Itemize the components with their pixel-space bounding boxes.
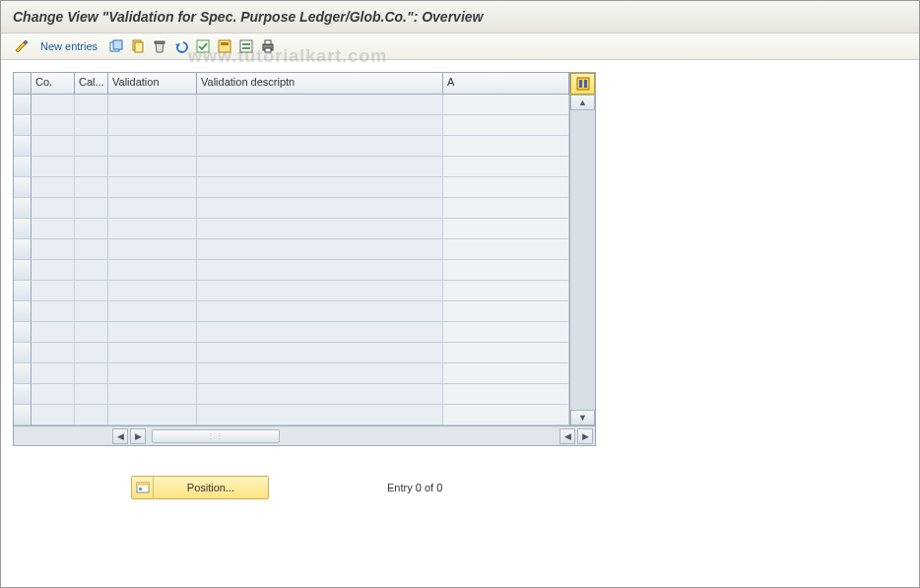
cell-co[interactable]	[32, 136, 75, 157]
cell-validation[interactable]	[108, 115, 197, 136]
cell-co[interactable]	[32, 384, 75, 405]
row-selector[interactable]	[14, 260, 32, 281]
cell-descriptn[interactable]	[197, 115, 443, 136]
cell-descriptn[interactable]	[197, 239, 443, 260]
row-selector[interactable]	[14, 343, 32, 363]
column-header-cal[interactable]: Cal...	[75, 73, 108, 94]
select-block-icon[interactable]	[216, 37, 233, 55]
print-icon[interactable]	[259, 37, 277, 55]
row-selector-header[interactable]	[14, 73, 32, 94]
cell-cal[interactable]	[75, 405, 108, 425]
row-selector[interactable]	[14, 219, 32, 239]
cell-co[interactable]	[32, 198, 75, 219]
cell-validation[interactable]	[108, 198, 197, 219]
cell-descriptn[interactable]	[197, 301, 443, 322]
cell-descriptn[interactable]	[197, 384, 443, 405]
cell-co[interactable]	[32, 177, 75, 198]
row-selector[interactable]	[14, 177, 32, 198]
cell-validation[interactable]	[108, 363, 197, 384]
cell-cal[interactable]	[75, 239, 108, 260]
row-selector[interactable]	[14, 136, 32, 157]
cell-cal[interactable]	[75, 198, 108, 219]
row-selector[interactable]	[14, 157, 32, 177]
cell-cal[interactable]	[75, 322, 108, 343]
cell-a[interactable]	[443, 405, 569, 425]
row-selector[interactable]	[14, 384, 32, 405]
scroll-down-button[interactable]: ▼	[570, 410, 595, 425]
cell-a[interactable]	[443, 322, 569, 343]
cell-a[interactable]	[443, 177, 569, 198]
cell-cal[interactable]	[75, 363, 108, 384]
cell-cal[interactable]	[75, 219, 108, 239]
cell-cal[interactable]	[75, 260, 108, 281]
scroll-last-button[interactable]: ▶	[577, 428, 593, 444]
cell-descriptn[interactable]	[197, 363, 443, 384]
scroll-right-button[interactable]: ◀	[559, 428, 575, 444]
cell-validation[interactable]	[108, 136, 197, 157]
cell-descriptn[interactable]	[197, 219, 443, 239]
row-selector[interactable]	[14, 363, 32, 384]
undo-icon[interactable]	[172, 37, 190, 55]
cell-descriptn[interactable]	[197, 136, 443, 157]
cell-validation[interactable]	[108, 177, 197, 198]
cell-a[interactable]	[443, 260, 569, 281]
copy-as-icon[interactable]	[107, 37, 125, 55]
cell-descriptn[interactable]	[197, 198, 443, 219]
cell-cal[interactable]	[75, 301, 108, 322]
cell-co[interactable]	[32, 363, 75, 384]
cell-validation[interactable]	[108, 301, 197, 322]
cell-validation[interactable]	[108, 157, 197, 177]
cell-validation[interactable]	[108, 260, 197, 281]
scroll-left-button[interactable]: ▶	[130, 428, 146, 444]
cell-cal[interactable]	[75, 157, 108, 177]
cell-a[interactable]	[443, 115, 569, 136]
row-selector[interactable]	[14, 301, 32, 322]
scroll-first-button[interactable]: ◀	[112, 428, 128, 444]
position-button[interactable]: Position...	[131, 476, 269, 499]
scroll-up-button[interactable]: ▲	[570, 95, 595, 110]
cell-co[interactable]	[32, 157, 75, 177]
row-selector[interactable]	[14, 322, 32, 343]
cell-validation[interactable]	[108, 322, 197, 343]
cell-a[interactable]	[443, 219, 569, 239]
cell-descriptn[interactable]	[197, 405, 443, 425]
cell-a[interactable]	[443, 136, 569, 157]
cell-a[interactable]	[443, 157, 569, 177]
cell-a[interactable]	[443, 239, 569, 260]
cell-cal[interactable]	[75, 177, 108, 198]
cell-co[interactable]	[32, 95, 75, 115]
cell-cal[interactable]	[75, 136, 108, 157]
column-header-validation[interactable]: Validation	[108, 73, 197, 94]
row-selector[interactable]	[14, 115, 32, 136]
cell-a[interactable]	[443, 301, 569, 322]
cell-cal[interactable]	[75, 343, 108, 363]
cell-co[interactable]	[32, 343, 75, 363]
cell-descriptn[interactable]	[197, 322, 443, 343]
cell-descriptn[interactable]	[197, 260, 443, 281]
cell-descriptn[interactable]	[197, 281, 443, 301]
cell-co[interactable]	[32, 322, 75, 343]
cell-validation[interactable]	[108, 343, 197, 363]
cell-cal[interactable]	[75, 95, 108, 115]
cell-cal[interactable]	[75, 384, 108, 405]
cell-co[interactable]	[32, 301, 75, 322]
row-selector[interactable]	[14, 405, 32, 425]
cell-validation[interactable]	[108, 281, 197, 301]
row-selector[interactable]	[14, 95, 32, 115]
copy-icon[interactable]	[129, 37, 147, 55]
cell-co[interactable]	[32, 219, 75, 239]
cell-a[interactable]	[443, 95, 569, 115]
cell-co[interactable]	[32, 239, 75, 260]
cell-validation[interactable]	[108, 239, 197, 260]
new-entries-button[interactable]: New entries	[34, 38, 103, 54]
cell-a[interactable]	[443, 198, 569, 219]
scroll-thumb-horizontal[interactable]: ⋮⋮	[152, 429, 280, 443]
cell-a[interactable]	[443, 281, 569, 301]
column-header-a[interactable]: A	[443, 73, 569, 94]
cell-a[interactable]	[443, 384, 569, 405]
cell-validation[interactable]	[108, 219, 197, 239]
row-selector[interactable]	[14, 198, 32, 219]
table-settings-button[interactable]	[570, 73, 595, 95]
cell-validation[interactable]	[108, 405, 197, 425]
row-selector[interactable]	[14, 239, 32, 260]
